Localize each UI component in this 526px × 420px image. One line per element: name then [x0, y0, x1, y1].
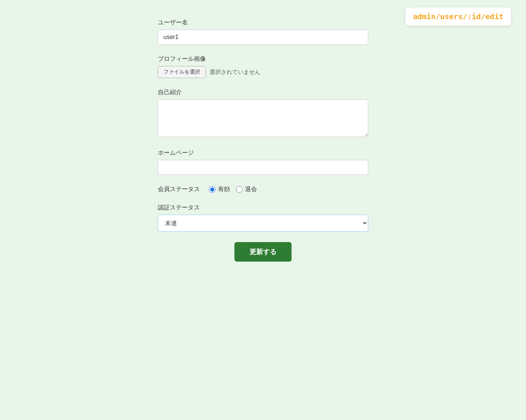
auth-status-label: 認証ステータス [158, 204, 368, 212]
file-no-selection-text: 選択されていません [210, 69, 260, 76]
radio-inactive-label: 退会 [245, 185, 257, 193]
username-label: ユーザー名 [158, 19, 368, 27]
file-input-container: ファイルを選択 選択されていません [158, 66, 368, 78]
route-badge: admin/users/:id/edit [405, 8, 511, 26]
membership-row: 会員ステータス 有効 退会 [158, 185, 368, 193]
bio-group: 自己紹介 [158, 89, 368, 138]
form-container: ユーザー名 プロフィール画像 ファイルを選択 選択されていません 自己紹介 ホー… [158, 19, 368, 262]
auth-status-select[interactable]: 未達 達成 保留 [158, 215, 368, 232]
profile-image-group: プロフィール画像 ファイルを選択 選択されていません [158, 55, 368, 78]
homepage-input[interactable] [158, 160, 368, 175]
bio-textarea[interactable] [158, 99, 368, 137]
username-group: ユーザー名 [158, 19, 368, 45]
username-input[interactable] [158, 30, 368, 45]
page-container: ユーザー名 プロフィール画像 ファイルを選択 選択されていません 自己紹介 ホー… [0, 0, 526, 292]
radio-active-option[interactable]: 有効 [209, 185, 230, 193]
radio-inactive-input[interactable] [236, 186, 243, 193]
homepage-label: ホームページ [158, 149, 368, 157]
file-select-button[interactable]: ファイルを選択 [158, 66, 206, 78]
bio-label: 自己紹介 [158, 89, 368, 96]
profile-image-label: プロフィール画像 [158, 55, 368, 63]
auth-status-group: 認証ステータス 未達 達成 保留 [158, 204, 368, 232]
submit-button[interactable]: 更新する [234, 242, 292, 262]
radio-active-input[interactable] [209, 186, 216, 193]
radio-active-label: 有効 [218, 185, 230, 193]
membership-status-label: 会員ステータス [158, 185, 200, 193]
homepage-group: ホームページ [158, 149, 368, 175]
submit-container: 更新する [158, 242, 368, 262]
radio-inactive-option[interactable]: 退会 [236, 185, 257, 193]
radio-group: 有効 退会 [209, 185, 257, 193]
route-badge-text: admin/users/:id/edit [413, 12, 503, 21]
membership-status-group: 会員ステータス 有効 退会 [158, 185, 368, 193]
